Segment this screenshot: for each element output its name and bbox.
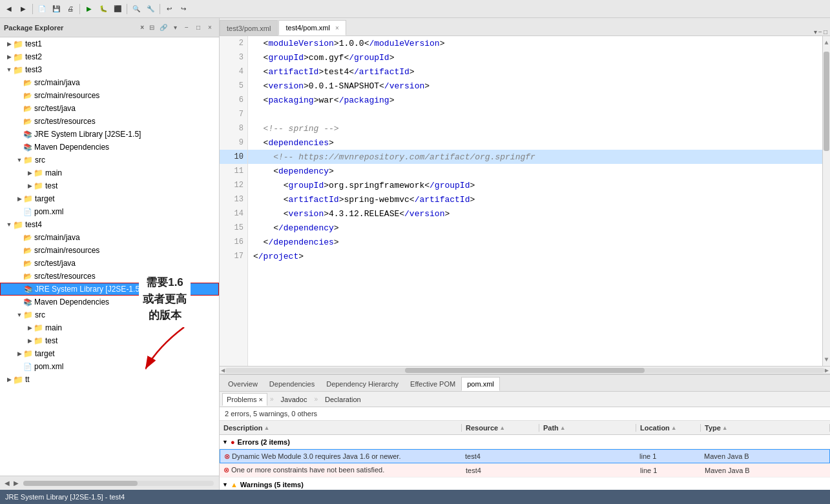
lib-icon: 📚	[23, 298, 32, 307]
maximize-editor-btn[interactable]: □	[824, 28, 827, 35]
tree-label: tt	[25, 375, 30, 384]
view-menu-btn[interactable]: ▾	[170, 23, 180, 33]
minimize-btn[interactable]: −	[182, 23, 192, 33]
pom-tab-pom-xml[interactable]: pom.xml	[461, 377, 500, 391]
save-btn[interactable]: 💾	[50, 3, 63, 15]
h-scrollbar-track[interactable]	[225, 368, 825, 373]
table-row[interactable]: ⊗One or more constraints have not been s…	[220, 463, 830, 478]
group-expand-arrow[interactable]: ▼	[222, 481, 228, 488]
tab-list-btn[interactable]: ▾	[814, 28, 817, 35]
tree-label: main	[45, 168, 62, 177]
editor-tab-test4-pom[interactable]: test4/pom.xml×	[278, 20, 346, 35]
tree-item-test2[interactable]: ▶📁test2	[0, 50, 219, 63]
tree-item-test3-src[interactable]: ▼📁src	[0, 154, 219, 166]
tree-item-test3-target[interactable]: ▶📁target	[0, 192, 219, 205]
maximize-btn[interactable]: □	[193, 23, 203, 33]
src-icon: 📂	[23, 105, 32, 113]
undo-btn[interactable]: ↩	[163, 3, 176, 15]
tree-item-tt[interactable]: ▶📁tt	[0, 373, 219, 386]
tree-item-test4[interactable]: ▼📁test4	[0, 218, 219, 231]
tree-label: src/test/resources	[34, 117, 96, 126]
tree-item-test4-src-test-java[interactable]: 📂src/test/java	[0, 257, 219, 270]
table-cell-description: ⊗One or more constraints have not been s…	[220, 466, 462, 474]
tree-label: src/main/java	[34, 233, 80, 242]
code-line-15: </dependency>	[248, 221, 822, 235]
scroll-left-btn[interactable]: ◀	[3, 479, 12, 488]
tree-item-test3-src-main-java[interactable]: 📂src/main/java	[0, 76, 219, 89]
pom-tab-overview[interactable]: Overview	[222, 377, 264, 391]
code-editor[interactable]: 234567891011121314151617 <moduleVersion>…	[220, 36, 830, 374]
code-line-10: <!-- https://mvnrepository.com/artifact/…	[248, 150, 822, 164]
problems-tab-javadoc[interactable]: Javadoc	[276, 393, 312, 406]
group-label: Warnings (5 items)	[240, 481, 304, 489]
vscroll-up-arrow[interactable]: ▲	[823, 36, 830, 49]
table-cell-resource: test4	[462, 467, 539, 474]
file-icon: 📄	[23, 208, 32, 216]
tree-expand-arrow: ▼	[16, 312, 23, 318]
tree-item-test3-src-test[interactable]: ▶📁test	[0, 179, 219, 192]
tree-item-test1[interactable]: ▶📁test1	[0, 37, 219, 50]
error-icon: ●	[231, 438, 235, 446]
tree-item-test3-src-main-resources[interactable]: 📂src/main/resources	[0, 89, 219, 102]
tree-item-test3-src-test-java[interactable]: 📂src/test/java	[0, 102, 219, 115]
code-line-4: <artifactId>test4</artifactId>	[248, 65, 822, 79]
line-num-3: 3	[220, 50, 247, 65]
search-btn[interactable]: 🔍	[130, 3, 143, 15]
table-group-row[interactable]: ▼●Errors (2 items)	[220, 435, 830, 449]
code-line-16: </dependencies>	[248, 235, 822, 249]
tree-label: test	[45, 181, 57, 190]
fwd-btn[interactable]: ▶	[17, 3, 30, 15]
problems-table[interactable]: Description ▲Resource ▲Path ▲Location ▲T…	[220, 421, 830, 490]
stop-btn[interactable]: ⬛	[111, 3, 124, 15]
tree-item-test3-maven[interactable]: 📚Maven Dependencies	[0, 141, 219, 154]
code-lines[interactable]: <moduleVersion>1.0.0</moduleVersion> <gr…	[248, 36, 822, 366]
problems-inner-table: Description ▲Resource ▲Path ▲Location ▲T…	[220, 421, 830, 490]
tree-item-test4-src-main-java[interactable]: 📂src/main/java	[0, 231, 219, 244]
v-scrollbar[interactable]: ▲▼	[822, 36, 830, 366]
tree-label: test3	[25, 65, 42, 74]
table-header: Description ▲Resource ▲Path ▲Location ▲T…	[220, 421, 830, 435]
collapse-all-btn[interactable]: ⊟	[147, 23, 157, 33]
tree-item-test3-src-main[interactable]: ▶📁main	[0, 166, 219, 179]
tree-item-test3[interactable]: ▼📁test3	[0, 63, 219, 76]
minimize-editor-btn[interactable]: −	[818, 28, 822, 35]
table-cell-resource: test4	[461, 452, 539, 460]
project-icon: 📁	[13, 375, 23, 385]
editor-tab-test3-pom[interactable]: test3/pom.xml	[220, 20, 278, 35]
problems-tab-sep: »	[270, 396, 274, 403]
run-btn[interactable]: ▶	[83, 3, 96, 15]
redo-btn[interactable]: ↪	[177, 3, 190, 15]
main-toolbar: ◀ ▶ 📄 💾 🖨 ▶ 🐛 ⬛ 🔍 🔧 ↩ ↪	[0, 0, 830, 18]
problems-tab-problems[interactable]: Problems ×	[222, 393, 267, 406]
refactor-btn[interactable]: 🔧	[144, 3, 157, 15]
close-panel-btn[interactable]: ×	[205, 23, 215, 33]
scroll-right-btn[interactable]: ▶	[12, 479, 21, 488]
print-btn[interactable]: 🖨	[64, 3, 77, 15]
tree-collapse-arrow: ▶	[26, 338, 34, 344]
row-error-icon: ⊗	[223, 466, 229, 474]
tree-item-test4-src-main-resources[interactable]: 📂src/main/resources	[0, 244, 219, 257]
code-line-13: <artifactId>spring-webmvc</artifactId>	[248, 192, 822, 207]
pom-tab-effective-pom[interactable]: Effective POM	[404, 377, 461, 391]
folder-icon: 📁	[34, 181, 43, 190]
back-btn[interactable]: ◀	[3, 3, 16, 15]
pom-tab-dependency-hierarchy[interactable]: Dependency Hierarchy	[320, 377, 404, 391]
new-btn[interactable]: 📄	[36, 3, 48, 15]
tree-item-test3-src-test-resources[interactable]: 📂src/test/resources	[0, 115, 219, 128]
left-hscroll[interactable]	[23, 481, 214, 486]
table-group-row[interactable]: ▼▲Warnings (5 items)	[220, 478, 830, 490]
group-expand-arrow[interactable]: ▼	[222, 439, 228, 445]
debug-btn[interactable]: 🐛	[97, 3, 110, 15]
vscroll-down-arrow[interactable]: ▼	[823, 353, 830, 366]
h-scrollbar[interactable]: ◀ ▶	[220, 366, 830, 374]
tree-item-test3-jre[interactable]: 📚JRE System Library [J2SE-1.5]	[0, 128, 219, 141]
problems-tab-declaration[interactable]: Declaration	[320, 393, 366, 406]
link-editor-btn[interactable]: 🔗	[158, 23, 169, 33]
scroll-right-arrow[interactable]: ▶	[825, 367, 829, 374]
tab-close-btn[interactable]: ×	[335, 25, 339, 32]
tree-item-test3-pom[interactable]: 📄pom.xml	[0, 205, 219, 218]
table-row[interactable]: ⊗Dynamic Web Module 3.0 requires Java 1.…	[220, 449, 830, 463]
group-cell: ▼●Errors (2 items)	[220, 438, 830, 446]
lib-icon: 📚	[23, 143, 32, 152]
pom-tab-dependencies[interactable]: Dependencies	[264, 377, 320, 391]
